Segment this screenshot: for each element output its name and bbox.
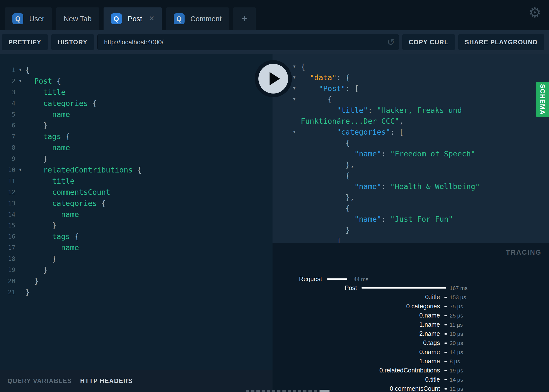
tab-comment[interactable]: QComment <box>166 7 229 30</box>
code-text: categories { <box>25 199 106 208</box>
trace-field-path: 0.tags <box>423 339 440 346</box>
query-line: 9 } <box>0 153 273 164</box>
close-tab-icon[interactable]: × <box>149 14 154 23</box>
code-text: commentsCount <box>25 188 110 196</box>
response-line: ▼ "data": { <box>273 72 549 83</box>
query-badge-icon: Q <box>12 13 23 24</box>
tab-user[interactable]: QUser <box>5 7 52 30</box>
trace-field-path: 1.name <box>419 321 440 328</box>
fold-arrow-icon[interactable]: ▼ <box>15 79 25 83</box>
response-line: ▼{ <box>273 61 549 72</box>
query-line: 15 } <box>0 220 273 231</box>
query-variables-tab[interactable]: QUERY VARIABLES <box>7 377 72 385</box>
query-line: 5 name <box>0 109 273 120</box>
fold-arrow-icon[interactable]: ▼ <box>292 130 299 134</box>
response-line: "name": "Freedom of Speech" <box>273 148 549 159</box>
trace-field-row: 1.name8 µs <box>273 358 549 365</box>
execute-query-button[interactable] <box>255 60 292 97</box>
code-text: { <box>299 62 305 71</box>
line-number: 2 <box>0 77 15 85</box>
query-line: 21} <box>0 287 273 298</box>
clipped-scrollbar-thumb <box>320 390 329 392</box>
trace-span-post: Post167 ms <box>273 284 549 292</box>
code-text: Post { <box>25 77 61 85</box>
query-line: 20 } <box>0 275 273 287</box>
fold-arrow-icon[interactable]: ▼ <box>292 75 299 80</box>
response-line: ▼ { <box>273 94 549 105</box>
history-button[interactable]: HISTORY <box>51 34 94 50</box>
trace-field-duration: 11 µs <box>450 322 463 328</box>
trace-field-duration: 75 µs <box>450 303 463 310</box>
trace-span-label: Request <box>299 275 322 283</box>
trace-field-duration: 8 µs <box>450 358 460 365</box>
http-headers-tab[interactable]: HTTP HEADERS <box>80 377 133 385</box>
trace-field-row: 0.categories75 µs <box>273 303 549 310</box>
line-number: 21 <box>0 289 15 296</box>
query-line: 18 } <box>0 253 273 264</box>
query-line: 4 categories { <box>0 98 273 109</box>
play-icon <box>270 72 280 85</box>
tracing-header-label: TRACING <box>506 249 542 256</box>
copy-curl-button[interactable]: COPY CURL <box>402 34 455 50</box>
schema-tab-label: SCHEMA <box>539 84 546 115</box>
reload-schema-icon[interactable]: ↺ <box>387 37 395 48</box>
query-line: 2▼ Post { <box>0 75 273 87</box>
code-text: name <box>25 143 70 152</box>
code-text: }, <box>299 193 355 202</box>
trace-field-duration: 12 µs <box>450 386 463 392</box>
trace-field-path: 0.title <box>425 376 440 383</box>
fold-arrow-icon[interactable]: ▼ <box>15 168 25 172</box>
code-text: } <box>25 221 56 230</box>
fold-arrow-icon[interactable]: ▼ <box>292 64 299 69</box>
tab-post[interactable]: QPost× <box>104 7 162 30</box>
endpoint-url-input[interactable] <box>97 34 399 50</box>
trace-field-dash <box>444 379 447 380</box>
response-line: }, <box>273 192 549 203</box>
prettify-button[interactable]: PRETTIFY <box>2 34 48 50</box>
share-playground-button[interactable]: SHARE PLAYGROUND <box>458 34 544 50</box>
fold-arrow-icon[interactable]: ▼ <box>292 86 299 91</box>
response-line: "name": "Health & Wellbeing" <box>273 181 549 192</box>
tab-label: Post <box>128 15 142 23</box>
trace-field-row: 0.name25 µs <box>273 312 549 319</box>
trace-field-path: 0.name <box>419 348 440 356</box>
response-line: "title": "Hacker, Freaks und <box>273 105 549 116</box>
trace-field-duration: 19 µs <box>450 368 463 374</box>
code-text: categories { <box>25 99 97 108</box>
query-line: 14 name <box>0 209 273 220</box>
code-text: { <box>299 171 350 180</box>
trace-field-row: 0.relatedContributions19 µs <box>273 367 549 374</box>
response-line: } <box>273 224 549 235</box>
line-number: 12 <box>0 189 15 196</box>
query-line: 8 name <box>0 142 273 153</box>
code-text: name <box>25 210 79 219</box>
response-line: { <box>273 203 549 214</box>
line-number: 20 <box>0 277 15 285</box>
response-line: { <box>273 170 549 181</box>
tab-bar: QUserNew TabQPost×QComment + <box>0 0 549 30</box>
schema-side-tab[interactable]: SCHEMA <box>536 82 549 117</box>
code-text: name <box>25 243 79 252</box>
fold-arrow-icon[interactable]: ▼ <box>292 97 299 101</box>
trace-field-duration: 14 µs <box>450 377 463 383</box>
query-line: 12 commentsCount <box>0 187 273 198</box>
query-line: 19 } <box>0 264 273 275</box>
trace-field-path: 0.relatedContributions <box>379 367 440 374</box>
trace-field-duration: 20 µs <box>450 340 463 346</box>
line-number: 11 <box>0 177 15 185</box>
code-text: "name": "Health & Wellbeing" <box>299 182 480 191</box>
query-editor[interactable]: 1▼{2▼ Post {3 title4 categories {5 name6… <box>0 54 273 370</box>
query-line: 17 name <box>0 242 273 253</box>
settings-gear-icon[interactable]: ⚙ <box>529 4 541 21</box>
trace-field-dash <box>444 352 447 353</box>
tab-new-tab[interactable]: New Tab <box>56 7 99 30</box>
fold-arrow-icon[interactable]: ▼ <box>15 68 25 72</box>
query-line: 7 tags { <box>0 131 273 142</box>
trace-field-dash <box>444 324 447 325</box>
add-tab-button[interactable]: + <box>233 7 256 30</box>
code-text: { <box>299 204 350 213</box>
trace-span-bar <box>361 287 446 289</box>
trace-span-duration: 167 ms <box>450 285 467 292</box>
trace-span-duration: 44 ms <box>354 276 368 283</box>
trace-field-path: 2.name <box>419 330 440 337</box>
